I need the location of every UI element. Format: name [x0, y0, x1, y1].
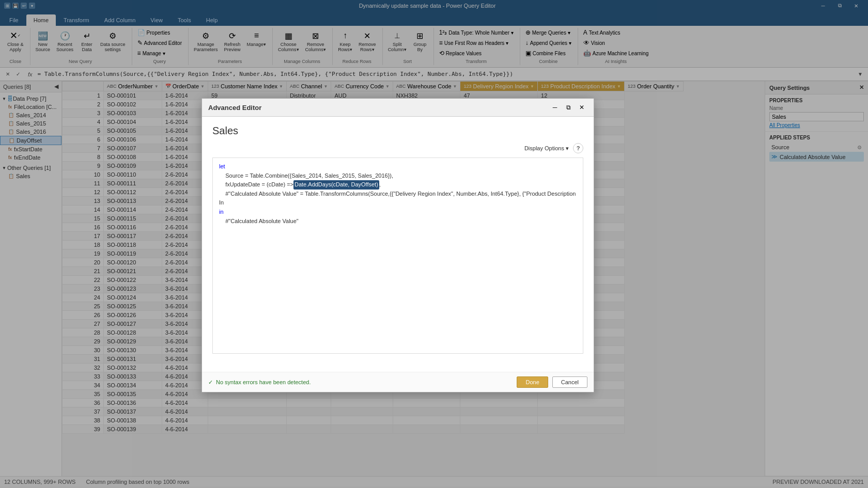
code-calculated: #"Calculated Absolute Value" = Table.Tra… — [219, 190, 577, 208]
code-editor[interactable]: let Source = Table.Combine({Sales_2014, … — [212, 158, 583, 354]
code-line-1: let — [219, 162, 577, 171]
code-line-6: #"Calculated Absolute Value" — [219, 217, 577, 226]
modal-footer-buttons: Done Cancel — [517, 376, 587, 388]
modal-header: Advanced Editor ─ ⧉ ✕ — [202, 99, 594, 117]
cancel-button[interactable]: Cancel — [552, 376, 587, 388]
modal-overlay: Advanced Editor ─ ⧉ ✕ Sales Display Opti… — [0, 0, 868, 488]
code-line-3: fxUpdateDate = (cDate) => Date.AddDays(c… — [219, 180, 577, 190]
code-line-5: in — [219, 208, 577, 217]
modal-toolbar: Display Options ▾ ? — [212, 143, 583, 153]
code-fxupdate-pre: fxUpdateDate = (cDate) => — [219, 180, 293, 190]
modal-status: ✓ No syntax errors have been detected. — [208, 379, 311, 386]
modal-close-button[interactable]: ✕ — [576, 102, 587, 113]
display-options-button[interactable]: Display Options ▾ — [524, 145, 569, 152]
status-check-icon: ✓ — [208, 379, 213, 386]
modal-status-text: No syntax errors have been detected. — [216, 379, 311, 385]
keyword-in: in — [219, 208, 224, 217]
modal-body: Sales Display Options ▾ ? let Source = T… — [202, 117, 594, 372]
advanced-editor-modal: Advanced Editor ─ ⧉ ✕ Sales Display Opti… — [202, 98, 594, 392]
code-result: #"Calculated Absolute Value" — [219, 217, 299, 226]
display-options-label: Display Options ▾ — [524, 145, 569, 152]
code-line-4: #"Calculated Absolute Value" = Table.Tra… — [219, 190, 577, 208]
code-source: Source = Table.Combine({Sales_2014, Sale… — [219, 171, 393, 181]
modal-restore-button[interactable]: ⧉ — [563, 102, 574, 113]
modal-footer: ✓ No syntax errors have been detected. D… — [202, 372, 594, 392]
help-icon: ? — [577, 145, 580, 151]
code-fxupdate-post: , — [379, 180, 381, 190]
keyword-let: let — [219, 162, 225, 171]
code-line-2: Source = Table.Combine({Sales_2014, Sale… — [219, 171, 577, 181]
modal-title: Advanced Editor — [208, 104, 261, 112]
modal-query-title: Sales — [212, 125, 583, 137]
modal-header-buttons: ─ ⧉ ✕ — [549, 102, 587, 113]
done-button[interactable]: Done — [517, 376, 548, 388]
modal-minimize-button[interactable]: ─ — [549, 102, 561, 113]
code-highlight-dayoffset: Date.AddDays(cDate, DayOffset) — [293, 180, 379, 190]
modal-help-button[interactable]: ? — [573, 143, 583, 153]
